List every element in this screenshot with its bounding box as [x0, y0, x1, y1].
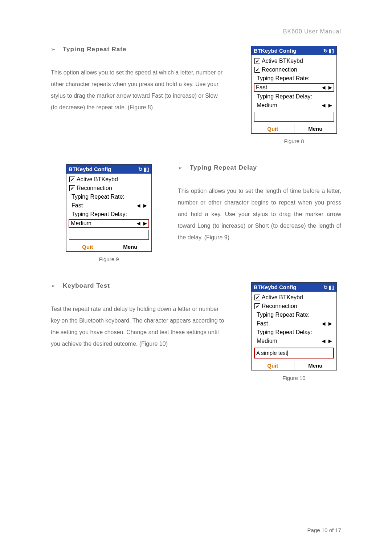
- active-btkeybd-row[interactable]: ✓ Active BTKeybd: [254, 293, 334, 302]
- menu-button[interactable]: Menu: [109, 242, 152, 251]
- left-right-arrows-icon[interactable]: ◀ ▶: [322, 339, 333, 344]
- reconnection-row[interactable]: ✓ Reconnection: [254, 65, 334, 74]
- figure-10-caption: Figure 10: [282, 375, 305, 381]
- delay-label: Typing Repeat Delay:: [254, 92, 334, 101]
- rate-label: Typing Repeat Rate:: [254, 74, 334, 83]
- bullet-triangle-icon: ➢: [51, 46, 56, 53]
- checkbox-checked-icon[interactable]: ✓: [254, 295, 260, 300]
- section-typing-repeat-rate: ➢ Typing Repeat Rate This option allows …: [51, 46, 341, 144]
- checkbox-checked-icon[interactable]: ✓: [254, 303, 260, 309]
- figure-9-phone: BTKeybd Config ↻ ▮▯ ✓ Active BTKeybd ✓ R…: [66, 164, 152, 252]
- page-number: Page 10 of 17: [307, 527, 341, 533]
- checkbox-checked-icon[interactable]: ✓: [254, 67, 260, 73]
- menu-button[interactable]: Menu: [294, 124, 337, 133]
- titlebar-status-icons: ↻ ▮▯: [323, 284, 334, 290]
- test-input[interactable]: A simple test: [254, 348, 334, 358]
- rate-selector[interactable]: Fast ◀ ▶: [254, 83, 334, 92]
- sync-icon: ↻: [323, 48, 328, 54]
- menu-button[interactable]: Menu: [294, 361, 337, 370]
- active-btkeybd-label: Active BTKeybd: [262, 294, 303, 301]
- left-right-arrows-icon[interactable]: ◀ ▶: [137, 203, 148, 208]
- rate-value: Fast: [72, 202, 83, 209]
- delay-selector[interactable]: Medium ◀ ▶: [254, 337, 334, 345]
- section-typing-repeat-delay: BTKeybd Config ↻ ▮▯ ✓ Active BTKeybd ✓ R…: [51, 164, 341, 262]
- titlebar-status-icons: ↻ ▮▯: [323, 48, 334, 54]
- rate-selector[interactable]: Fast ◀ ▶: [69, 201, 149, 210]
- rate-value: Fast: [257, 320, 268, 327]
- body-delay: This option allows you to set the length…: [178, 185, 341, 243]
- signal-icon: ▮▯: [328, 284, 334, 290]
- rate-selector[interactable]: Fast ◀ ▶: [254, 319, 334, 328]
- figure-8-caption: Figure 8: [284, 138, 304, 144]
- figure-9-caption: Figure 9: [99, 256, 119, 262]
- delay-selector[interactable]: Medium ◀ ▶: [69, 219, 149, 228]
- delay-label: Typing Repeat Delay:: [69, 210, 149, 219]
- rate-label: Typing Repeat Rate:: [69, 193, 149, 201]
- figure-8-phone: BTKeybd Config ↻ ▮▯ ✓ Active BTKeybd ✓ R…: [251, 46, 337, 134]
- reconnection-label: Reconnection: [77, 185, 112, 191]
- body-rate: This option allows you to set the speed …: [51, 67, 225, 113]
- rate-label: Typing Repeat Rate:: [254, 311, 334, 319]
- sync-icon: ↻: [138, 166, 143, 172]
- heading-delay: Typing Repeat Delay: [190, 164, 257, 171]
- quit-button[interactable]: Quit: [252, 361, 294, 370]
- phone-title: BTKeybd Config: [69, 166, 111, 172]
- phone-title: BTKeybd Config: [254, 48, 297, 54]
- quit-button[interactable]: Quit: [252, 124, 294, 133]
- delay-selector[interactable]: Medium ◀ ▶: [254, 101, 334, 110]
- figure-10-phone: BTKeybd Config ↻ ▮▯ ✓ Active BTKeybd ✓ R…: [251, 282, 337, 370]
- left-right-arrows-icon[interactable]: ◀ ▶: [137, 221, 148, 226]
- left-right-arrows-icon[interactable]: ◀ ▶: [322, 321, 333, 326]
- sync-icon: ↻: [323, 284, 328, 290]
- phone-title: BTKeybd Config: [254, 284, 297, 290]
- reconnection-row[interactable]: ✓ Reconnection: [254, 302, 334, 311]
- checkbox-checked-icon[interactable]: ✓: [69, 177, 75, 182]
- signal-icon: ▮▯: [328, 48, 334, 54]
- text-cursor-icon: [287, 351, 288, 356]
- left-right-arrows-icon[interactable]: ◀ ▶: [322, 85, 333, 90]
- test-input-value: A simple test: [256, 350, 287, 356]
- test-input[interactable]: [254, 112, 334, 122]
- phone-titlebar: BTKeybd Config ↻ ▮▯: [252, 283, 336, 292]
- active-btkeybd-row[interactable]: ✓ Active BTKeybd: [69, 175, 149, 184]
- checkbox-checked-icon[interactable]: ✓: [254, 58, 260, 64]
- reconnection-label: Reconnection: [262, 66, 297, 73]
- active-btkeybd-label: Active BTKeybd: [262, 58, 303, 64]
- heading-rate: Typing Repeat Rate: [63, 46, 126, 53]
- left-right-arrows-icon[interactable]: ◀ ▶: [322, 103, 333, 108]
- delay-value: Medium: [71, 220, 91, 227]
- body-test: Test the repeat rate and delay by holdin…: [51, 303, 225, 350]
- delay-value: Medium: [257, 338, 277, 344]
- reconnection-row[interactable]: ✓ Reconnection: [69, 184, 149, 193]
- checkbox-checked-icon[interactable]: ✓: [69, 185, 75, 191]
- phone-titlebar: BTKeybd Config ↻ ▮▯: [66, 165, 151, 174]
- bullet-triangle-icon: ➢: [51, 283, 56, 289]
- bullet-triangle-icon: ➢: [178, 165, 183, 171]
- delay-label: Typing Repeat Delay:: [254, 328, 334, 337]
- document-header: BK600 User Manual: [51, 28, 341, 35]
- active-btkeybd-label: Active BTKeybd: [77, 176, 118, 183]
- active-btkeybd-row[interactable]: ✓ Active BTKeybd: [254, 57, 334, 65]
- quit-button[interactable]: Quit: [66, 242, 109, 251]
- rate-value: Fast: [256, 84, 267, 91]
- phone-titlebar: BTKeybd Config ↻ ▮▯: [252, 46, 336, 55]
- test-input[interactable]: [69, 230, 149, 240]
- reconnection-label: Reconnection: [262, 303, 297, 309]
- titlebar-status-icons: ↻ ▮▯: [138, 166, 149, 172]
- heading-test: Keyboard Test: [63, 282, 110, 289]
- section-keyboard-test: ➢ Keyboard Test Test the repeat rate and…: [51, 282, 341, 381]
- delay-value: Medium: [257, 102, 277, 109]
- signal-icon: ▮▯: [143, 166, 149, 172]
